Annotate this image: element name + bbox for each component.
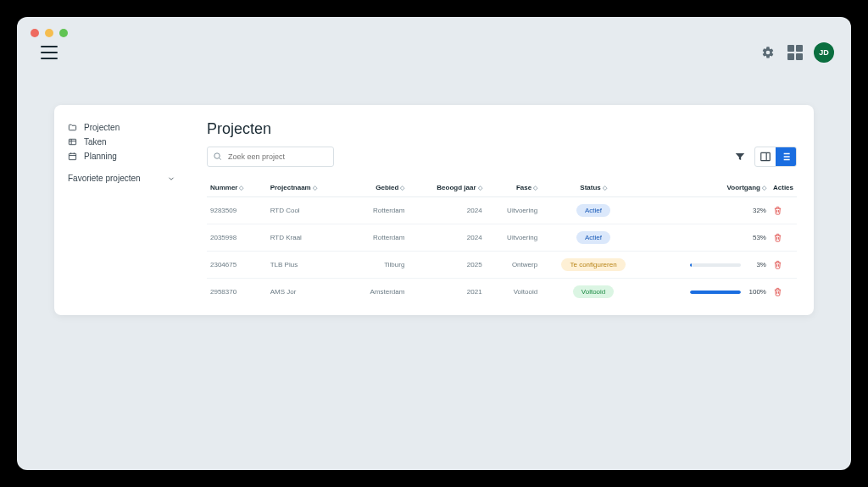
cell-gebied: Tilburg	[347, 252, 409, 279]
th-status[interactable]: Status◇	[541, 179, 646, 197]
grid-icon	[787, 45, 803, 60]
progress-bar	[690, 263, 741, 267]
cell-fase: Voltooid	[486, 279, 542, 306]
th-nummer[interactable]: Nummer◇	[207, 179, 267, 197]
view-panel-button[interactable]	[755, 147, 776, 166]
table-row[interactable]: 2958370 AMS Jor Amsterdam 2021 Voltooid …	[207, 279, 797, 306]
cell-nummer: 9283509	[207, 197, 267, 224]
delete-button[interactable]	[773, 206, 782, 215]
chevron-down-icon	[167, 174, 175, 183]
panel-icon	[760, 151, 771, 163]
cell-naam: TLB Pius	[267, 252, 347, 279]
cell-acties	[770, 279, 797, 306]
folder-icon	[68, 123, 77, 132]
cell-nummer: 2035998	[207, 224, 267, 252]
sidebar-item-label: Projecten	[84, 123, 120, 132]
status-badge: Actief	[576, 204, 610, 217]
sidebar-item-planning[interactable]: Planning	[64, 149, 179, 163]
settings-button[interactable]	[760, 44, 776, 61]
menu-toggle-button[interactable]	[41, 46, 58, 59]
search-box	[207, 147, 334, 167]
sidebar-item-label: Taken	[84, 137, 107, 147]
progress-percent: 32%	[746, 207, 766, 214]
table-icon	[68, 137, 77, 147]
favorites-label: Favoriete projecten	[68, 174, 141, 183]
progress-percent: 3%	[746, 261, 766, 268]
cell-acties	[770, 197, 797, 224]
cell-fase: Uitvoering	[486, 197, 542, 224]
sidebar-item-label: Planning	[84, 152, 117, 161]
cell-fase: Uitvoering	[486, 224, 542, 252]
cell-jaar: 2021	[408, 279, 485, 306]
svg-rect-1	[69, 153, 75, 159]
cell-voortgang: 32%	[646, 197, 770, 224]
th-gebied[interactable]: Gebied◇	[347, 179, 409, 197]
gear-icon	[761, 46, 775, 59]
th-jaar[interactable]: Beoogd jaar◇	[408, 179, 485, 197]
sidebar: Projecten Taken Planning Favoriete proje…	[54, 105, 190, 315]
table-row[interactable]: 9283509 RTD Cool Rotterdam 2024 Uitvoeri…	[207, 197, 797, 224]
cell-naam: RTD Kraal	[267, 224, 347, 252]
cell-jaar: 2025	[408, 252, 485, 279]
th-acties: Acties	[770, 179, 797, 197]
delete-button[interactable]	[773, 233, 782, 242]
status-badge: Voltooid	[573, 285, 614, 298]
status-badge: Te configureren	[561, 258, 625, 271]
apps-button[interactable]	[787, 44, 804, 61]
page-title: Projecten	[207, 120, 797, 138]
cell-jaar: 2024	[408, 197, 485, 224]
delete-button[interactable]	[773, 260, 782, 269]
th-projectnaam[interactable]: Projectnaam◇	[267, 179, 347, 197]
cell-status: Actief	[541, 224, 646, 252]
cell-status: Actief	[541, 197, 646, 224]
view-toggle	[754, 147, 797, 167]
cell-fase: Ontwerp	[486, 252, 542, 279]
th-fase[interactable]: Fase◇	[486, 179, 542, 197]
main-card: Projecten Taken Planning Favoriete proje…	[54, 105, 814, 315]
svg-rect-0	[69, 139, 75, 144]
favorites-toggle[interactable]: Favoriete projecten	[64, 163, 179, 183]
cell-naam: RTD Cool	[267, 197, 347, 224]
filter-button[interactable]	[734, 151, 746, 163]
search-input[interactable]	[207, 147, 334, 167]
cell-jaar: 2024	[408, 224, 485, 252]
cell-acties	[770, 252, 797, 279]
sidebar-item-taken[interactable]: Taken	[64, 135, 179, 149]
cell-voortgang: 53%	[646, 224, 770, 252]
topbar: JD	[17, 17, 851, 68]
delete-button[interactable]	[773, 287, 782, 296]
progress-bar	[690, 291, 741, 294]
cell-naam: AMS Jor	[267, 279, 347, 306]
cell-acties	[770, 224, 797, 252]
cell-voortgang: 100%	[646, 279, 770, 306]
progress-percent: 53%	[746, 234, 766, 241]
search-icon	[213, 152, 222, 161]
table-row[interactable]: 2035998 RTD Kraal Rotterdam 2024 Uitvoer…	[207, 224, 797, 252]
sidebar-item-projecten[interactable]: Projecten	[64, 120, 179, 135]
svg-rect-3	[761, 152, 771, 160]
calendar-icon	[68, 152, 77, 161]
cell-gebied: Rotterdam	[347, 197, 409, 224]
view-list-button[interactable]	[776, 147, 796, 166]
table-row[interactable]: 2304675 TLB Pius Tilburg 2025 Ontwerp Te…	[207, 252, 797, 279]
projects-table: Nummer◇ Projectnaam◇ Gebied◇ Beoogd jaar…	[207, 179, 797, 305]
cell-status: Te configureren	[541, 252, 646, 279]
th-voortgang[interactable]: Voortgang◇	[646, 179, 770, 197]
svg-point-2	[214, 153, 220, 158]
user-avatar[interactable]: JD	[814, 42, 834, 63]
list-icon	[780, 151, 792, 163]
app-window: JD Projecten Taken Planning Favoriete pr…	[17, 17, 851, 470]
cell-gebied: Amsterdam	[347, 279, 409, 306]
cell-gebied: Rotterdam	[347, 224, 409, 252]
cell-nummer: 2304675	[207, 252, 267, 279]
cell-voortgang: 3%	[646, 252, 770, 279]
status-badge: Actief	[576, 231, 610, 244]
cell-status: Voltooid	[541, 279, 646, 306]
cell-nummer: 2958370	[207, 279, 267, 306]
content-area: Projecten	[190, 105, 814, 315]
progress-percent: 100%	[746, 288, 766, 296]
toolbar	[207, 147, 797, 167]
